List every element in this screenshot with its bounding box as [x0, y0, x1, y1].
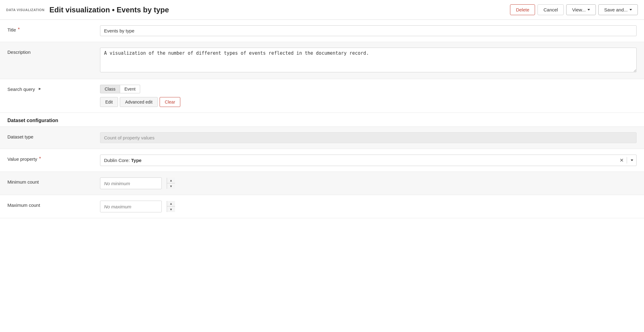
title-required-star: * — [18, 27, 20, 32]
dataset-type-input: Count of property values — [100, 132, 637, 143]
view-button[interactable]: View... — [566, 4, 596, 15]
max-count-controls: ▲ ▼ — [167, 201, 175, 212]
page-title: Edit visualization • Events by type — [49, 6, 510, 14]
dataset-config-title: Dataset configuration — [7, 118, 637, 123]
value-property-chevron-down-icon — [631, 160, 633, 161]
min-count-spinner: ▲ ▼ — [100, 177, 162, 189]
title-row: Title * — [0, 20, 644, 42]
breadcrumb: DATA VISUALIZATION — [6, 8, 44, 12]
dataset-type-row: Dataset type Count of property values — [0, 127, 644, 149]
dataset-config-section: Dataset configuration — [0, 113, 644, 127]
title-label: Title * — [7, 25, 100, 32]
description-textarea[interactable] — [100, 48, 637, 72]
max-count-up-button[interactable]: ▲ — [167, 201, 175, 206]
value-property-dropdown-button[interactable] — [627, 157, 636, 164]
delete-button[interactable]: Delete — [510, 4, 535, 15]
value-property-display: Dublin Core: Type — [100, 155, 617, 165]
dataset-type-label: Dataset type — [7, 132, 100, 139]
search-query-label: Search query ► — [7, 85, 100, 92]
search-query-actions: Edit Advanced edit Clear — [100, 97, 637, 107]
clear-button[interactable]: Clear — [160, 97, 180, 107]
description-label: Description — [7, 48, 100, 55]
value-property-label: Value property * — [7, 155, 100, 162]
edit-button[interactable]: Edit — [100, 97, 118, 107]
save-chevron-down-icon — [629, 9, 632, 11]
value-property-select[interactable]: Dublin Core: Type ✕ — [100, 155, 637, 166]
max-count-down-button[interactable]: ▼ — [167, 206, 175, 212]
form-content: Title * Description Search query ► Class… — [0, 20, 644, 218]
search-query-row: Search query ► Class Event Edit Advanced… — [0, 79, 644, 113]
advanced-edit-button[interactable]: Advanced edit — [120, 97, 158, 107]
max-count-field: ▲ ▼ — [100, 201, 637, 212]
header-actions: Delete Cancel View... Save and... — [510, 4, 638, 15]
value-property-field: Dublin Core: Type ✕ — [100, 155, 637, 166]
save-and-button[interactable]: Save and... — [598, 4, 638, 15]
max-count-label: Maximum count — [7, 201, 100, 208]
max-count-input[interactable] — [100, 202, 167, 212]
dataset-type-field: Count of property values — [100, 132, 637, 143]
search-query-class-tag: Class — [100, 85, 120, 93]
page-header: DATA VISUALIZATION Edit visualization • … — [0, 0, 644, 20]
title-input[interactable] — [100, 25, 637, 36]
max-count-row: Maximum count ▲ ▼ — [0, 195, 644, 218]
search-query-field: Class Event Edit Advanced edit Clear — [100, 85, 637, 107]
min-count-down-button[interactable]: ▼ — [167, 183, 175, 189]
min-count-label: Minimum count — [7, 177, 100, 185]
min-count-controls: ▲ ▼ — [167, 178, 175, 189]
max-count-spinner: ▲ ▼ — [100, 201, 162, 212]
value-property-clear-button[interactable]: ✕ — [617, 155, 627, 166]
search-query-arrow-icon: ► — [38, 87, 42, 91]
title-field — [100, 25, 637, 36]
view-chevron-down-icon — [588, 9, 590, 11]
description-field — [100, 48, 637, 73]
value-property-row: Value property * Dublin Core: Type ✕ — [0, 149, 644, 172]
search-query-event-tag: Event — [120, 85, 140, 93]
cancel-button[interactable]: Cancel — [537, 4, 564, 15]
min-count-up-button[interactable]: ▲ — [167, 178, 175, 183]
min-count-row: Minimum count ▲ ▼ — [0, 172, 644, 195]
min-count-field: ▲ ▼ — [100, 177, 637, 189]
value-property-required-star: * — [39, 156, 41, 161]
search-query-tags: Class Event — [100, 85, 637, 93]
min-count-input[interactable] — [100, 178, 167, 189]
description-row: Description — [0, 42, 644, 79]
